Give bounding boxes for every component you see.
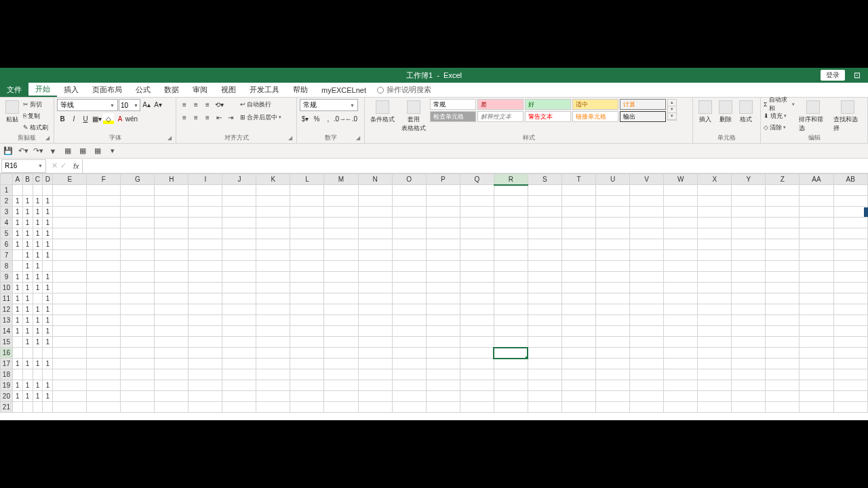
cell[interactable] (766, 228, 800, 239)
format-as-table-button[interactable]: 套用 表格格式 (399, 99, 429, 134)
cell[interactable] (189, 315, 222, 326)
cell[interactable] (698, 207, 732, 218)
cell[interactable] (222, 196, 256, 207)
cell[interactable] (53, 250, 87, 261)
column-header[interactable]: V (630, 174, 664, 185)
cell[interactable] (256, 272, 290, 283)
border-button[interactable]: ▦▾ (92, 113, 102, 124)
cell[interactable] (12, 337, 22, 348)
cell[interactable] (392, 380, 426, 391)
cell[interactable] (800, 402, 833, 413)
cell[interactable] (595, 304, 629, 315)
column-header[interactable]: L (290, 174, 324, 185)
name-box[interactable]: R16▼ (1, 159, 46, 173)
column-header[interactable]: S (528, 174, 561, 185)
cell[interactable]: 1 (33, 272, 43, 283)
cell[interactable] (256, 207, 290, 218)
style-cell[interactable]: 适中 (572, 99, 618, 110)
cell[interactable] (698, 293, 732, 304)
find-select-button[interactable]: 查找和选择 (831, 99, 865, 134)
cell[interactable] (290, 272, 324, 283)
fx-icon[interactable]: fx (73, 162, 79, 170)
cell[interactable] (256, 196, 290, 207)
cell[interactable] (528, 207, 561, 218)
cell[interactable] (664, 218, 698, 228)
sort-filter-button[interactable]: 排序和筛选 (796, 99, 830, 134)
cell[interactable] (87, 272, 121, 283)
cell[interactable] (121, 304, 155, 315)
qat-button-3[interactable]: ▦ (92, 146, 103, 157)
cell[interactable] (664, 304, 698, 315)
cell[interactable]: 1 (12, 304, 22, 315)
cell[interactable] (561, 380, 595, 391)
cell[interactable] (494, 185, 528, 196)
cell[interactable] (189, 218, 222, 228)
cell[interactable] (392, 250, 426, 261)
cell[interactable] (87, 380, 121, 391)
cell[interactable] (256, 359, 290, 369)
cell[interactable] (290, 196, 324, 207)
cell[interactable] (324, 261, 358, 272)
cell[interactable] (155, 337, 189, 348)
row-header[interactable]: 8 (1, 261, 13, 272)
cell[interactable] (53, 293, 87, 304)
cell[interactable] (155, 369, 189, 380)
cell[interactable] (392, 315, 426, 326)
cell[interactable] (528, 348, 561, 359)
cell[interactable] (664, 185, 698, 196)
format-painter-button[interactable]: ✎格式刷 (23, 122, 48, 133)
cell[interactable] (426, 359, 460, 369)
align-top-button[interactable]: ≡ (179, 99, 190, 110)
autosum-button[interactable]: Σ自动求和▾ (764, 99, 795, 110)
cell[interactable] (121, 369, 155, 380)
cell[interactable] (698, 369, 732, 380)
cell[interactable] (732, 272, 766, 283)
cell[interactable]: 1 (33, 228, 43, 239)
cell[interactable] (87, 283, 121, 293)
cell[interactable] (833, 228, 867, 239)
cell[interactable] (87, 391, 121, 402)
cell[interactable] (121, 326, 155, 337)
row-header[interactable]: 18 (1, 369, 13, 380)
cell[interactable] (392, 391, 426, 402)
cell[interactable] (698, 261, 732, 272)
cell[interactable] (833, 380, 867, 391)
cell[interactable] (53, 239, 87, 250)
cell[interactable] (528, 218, 561, 228)
column-header[interactable]: Q (460, 174, 494, 185)
cell[interactable] (460, 348, 494, 359)
clipboard-dialog-launcher[interactable]: ◢ (45, 135, 52, 142)
cell[interactable] (561, 283, 595, 293)
cell[interactable]: 1 (12, 359, 22, 369)
column-header[interactable]: R (494, 174, 528, 185)
cell[interactable] (766, 196, 800, 207)
cell[interactable]: 1 (43, 326, 53, 337)
row-header[interactable]: 9 (1, 272, 13, 283)
cell[interactable] (426, 272, 460, 283)
cell[interactable] (53, 359, 87, 369)
cell[interactable]: 1 (43, 250, 53, 261)
cell[interactable]: 1 (43, 283, 53, 293)
cell[interactable] (256, 348, 290, 359)
redo-button[interactable]: ↷▾ (33, 146, 43, 157)
cell[interactable]: 1 (22, 391, 33, 402)
cell[interactable] (800, 228, 833, 239)
cell[interactable] (324, 218, 358, 228)
cell[interactable] (290, 326, 324, 337)
cell[interactable] (528, 261, 561, 272)
column-header[interactable]: X (698, 174, 732, 185)
column-header[interactable]: J (222, 174, 256, 185)
cell[interactable] (460, 337, 494, 348)
cell[interactable] (392, 272, 426, 283)
cell[interactable] (460, 304, 494, 315)
cell[interactable] (121, 359, 155, 369)
cell[interactable] (630, 218, 664, 228)
cell[interactable] (664, 391, 698, 402)
cell[interactable] (630, 207, 664, 218)
number-format-select[interactable]: 常规▼ (300, 99, 358, 111)
cell[interactable] (833, 196, 867, 207)
row-header[interactable]: 5 (1, 228, 13, 239)
cell[interactable] (155, 196, 189, 207)
cell[interactable] (732, 348, 766, 359)
cell[interactable] (460, 272, 494, 283)
